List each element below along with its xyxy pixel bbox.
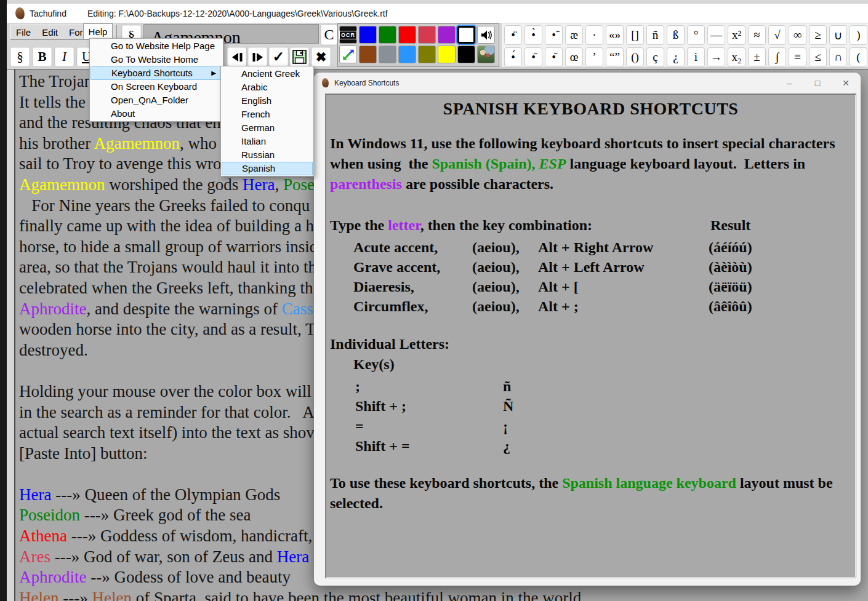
special-char-button[interactable]: ± (748, 47, 766, 67)
menu-help-open[interactable]: Help (83, 23, 113, 39)
submenu-item-german[interactable]: German (222, 121, 313, 135)
special-char-button[interactable]: ∩ (829, 47, 847, 67)
submenu-item-russian[interactable]: Russian (222, 148, 313, 162)
submenu-item-spanish-selected[interactable]: Spanish (222, 162, 313, 175)
table-cell: Shift + ; (355, 396, 503, 416)
text-segment: Athena (19, 527, 67, 545)
special-char-button[interactable]: æ (565, 25, 583, 45)
menu-item-open-qna-folder[interactable]: Open_QnA_Folder (90, 94, 222, 107)
special-char-button[interactable]: ( (850, 47, 867, 67)
submenu-item-english[interactable]: English (222, 94, 313, 108)
speak-button[interactable] (477, 26, 495, 44)
text-segment: , who (180, 134, 221, 153)
special-char-button[interactable]: [] (626, 25, 644, 45)
special-char-button[interactable]: ≤ (809, 47, 827, 67)
color-palette: OCR (337, 23, 499, 67)
color-swatch-white-selected[interactable] (457, 26, 475, 44)
special-char-button[interactable]: «» (606, 25, 624, 45)
text-segment: Agamemnon (94, 134, 180, 153)
special-char-button[interactable]: i (687, 47, 705, 67)
ocr-button[interactable]: OCR (339, 26, 357, 44)
keys-column-header: Key(s) (353, 356, 395, 373)
special-characters-panel: •̈•̀•̃æ·«»[]ñß°—x²≈√∞≥∪)∨ •́•̄•̆œ’“”()ç¿… (502, 23, 868, 67)
special-char-button[interactable]: œ (565, 47, 583, 67)
color-swatch-yellow[interactable] (438, 46, 456, 63)
c-button[interactable]: C (320, 24, 338, 46)
special-char-button[interactable]: ° (687, 25, 705, 45)
find-next-button[interactable] (247, 47, 268, 67)
special-char-button[interactable]: ’ (585, 47, 603, 67)
special-char-button[interactable]: •̃ (545, 25, 563, 45)
find-previous-button[interactable] (227, 47, 247, 67)
submenu-item-ancient-greek[interactable]: Ancient Greek (222, 67, 313, 81)
text-segment: The Trojan (19, 72, 97, 90)
special-char-button[interactable]: ∞ (789, 25, 806, 45)
section-format-button[interactable]: § (10, 47, 30, 67)
color-swatch-gray[interactable] (379, 46, 396, 63)
color-swatch-lightblue[interactable] (398, 46, 416, 63)
app-icon (15, 7, 25, 19)
color-swatch-red[interactable] (398, 26, 416, 44)
special-char-button[interactable]: •̈ (504, 25, 522, 45)
color-swatch-black[interactable] (457, 46, 475, 63)
minimize-button[interactable]: – (783, 78, 795, 88)
text-segment: parenthesis (330, 176, 402, 192)
text-segment: Agamemnon (19, 175, 105, 194)
painting-thumbnail-button[interactable] (477, 46, 495, 63)
special-char-button[interactable]: •̄ (524, 47, 542, 67)
special-char-button[interactable]: •̀ (524, 25, 542, 45)
special-char-button[interactable]: ñ (646, 25, 664, 45)
maximize-button[interactable]: □ (811, 78, 824, 88)
text-segment: Spanish language keyboard (562, 475, 736, 491)
color-swatch-blue[interactable] (359, 26, 377, 44)
special-char-button[interactable]: ≥ (809, 25, 827, 45)
special-char-button[interactable]: ç (646, 47, 664, 67)
menu-file[interactable]: File (10, 26, 36, 39)
text-segment: his brother (19, 134, 94, 153)
special-char-button[interactable]: x₂ (728, 47, 745, 67)
menu-item-about[interactable]: About (90, 107, 222, 121)
special-char-button[interactable]: ≈ (748, 25, 766, 45)
swap-colors-button[interactable] (339, 46, 357, 63)
special-char-button[interactable]: •́ (504, 47, 522, 67)
color-swatch-brown[interactable] (359, 46, 377, 63)
submenu-item-french[interactable]: French (222, 108, 313, 121)
special-char-button[interactable]: √ (768, 25, 786, 45)
menu-item-go-to-help-page[interactable]: Go to Website Help Page (90, 39, 222, 53)
special-char-button[interactable]: ∪ (829, 25, 847, 45)
special-char-button[interactable]: → (707, 47, 725, 67)
menu-item-keyboard-shortcuts[interactable]: Keyboard Shortcuts ▶ (90, 66, 222, 80)
special-char-button[interactable]: ≡ (789, 47, 806, 67)
menu-item-on-screen-keyboard[interactable]: On Screen Keyboard (90, 80, 222, 94)
special-char-button[interactable]: •̆ (545, 47, 563, 67)
table-row: Shift + =¿ (355, 436, 663, 456)
special-char-button[interactable]: ) (850, 25, 867, 45)
text-segment: Poseidon (19, 506, 80, 524)
special-char-button[interactable]: ß (667, 25, 685, 45)
submenu-item-arabic[interactable]: Arabic (222, 81, 313, 94)
special-char-button[interactable]: ∫ (768, 47, 786, 67)
submenu-item-italian[interactable]: Italian (222, 135, 313, 148)
accept-button[interactable]: ✓ (268, 47, 289, 67)
color-swatch-crimson[interactable] (418, 26, 436, 44)
color-swatch-purple[interactable] (438, 26, 456, 44)
cancel-button[interactable]: ✖ (311, 47, 331, 67)
special-char-button[interactable]: () (626, 47, 644, 67)
special-char-button[interactable]: — (707, 25, 725, 45)
table-cell: ; (355, 376, 503, 396)
result-column-header: Result (710, 217, 750, 234)
menu-edit[interactable]: Edit (36, 26, 63, 39)
close-button[interactable]: ✕ (840, 78, 852, 88)
text-segment: of Sparta, said to have been the most be… (132, 589, 581, 601)
bold-button[interactable]: B (32, 47, 52, 67)
color-swatch-green[interactable] (379, 26, 396, 44)
special-char-button[interactable]: x² (728, 25, 745, 45)
color-swatch-olive[interactable] (418, 46, 436, 63)
menu-item-go-to-home-page[interactable]: Go To Website Home Page (90, 53, 222, 66)
special-char-button[interactable]: ¿ (667, 47, 685, 67)
save-button[interactable] (289, 47, 310, 67)
special-char-button[interactable]: “” (606, 47, 624, 67)
special-char-button[interactable]: · (585, 25, 603, 45)
dialog-titlebar[interactable]: Keyboard Shortcuts – □ ✕ (314, 73, 861, 93)
italic-button[interactable]: I (54, 47, 74, 67)
